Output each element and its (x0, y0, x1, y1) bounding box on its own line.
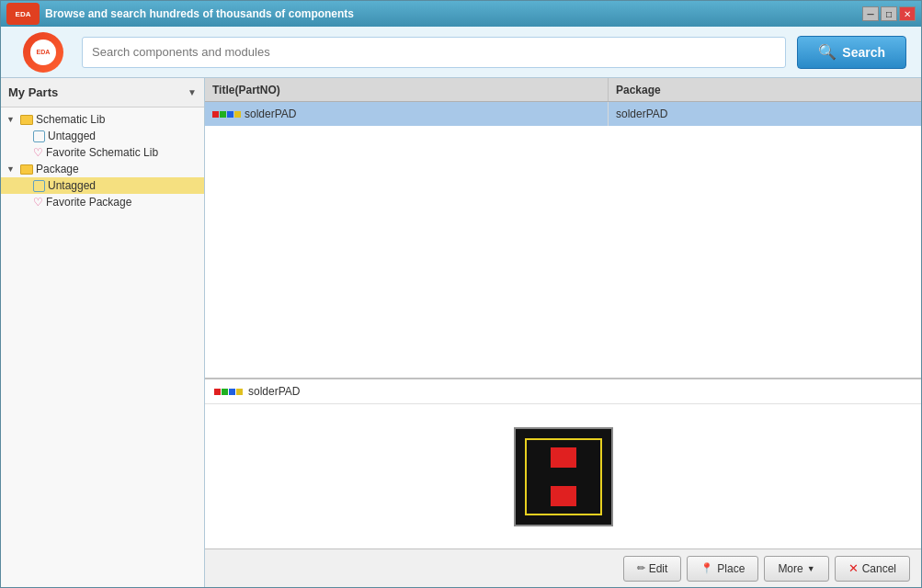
toggle-icon: ▼ (6, 115, 17, 124)
edit-button[interactable]: ✏ Edit (623, 556, 682, 582)
window-controls: ─ □ ✕ (862, 6, 916, 21)
table-row[interactable]: solderPAD solderPAD (205, 102, 921, 126)
logo-inner: EDA (30, 40, 56, 65)
search-button[interactable]: 🔍 Search (797, 36, 906, 69)
chevron-down-icon: ▼ (807, 564, 815, 573)
pcb-footprint (525, 438, 602, 515)
main-area: My Parts ▼ ▼ Schematic Lib Untagged ♡ (1, 78, 921, 587)
search-bar: EDA 🔍 Search (1, 27, 921, 78)
search-input[interactable] (82, 37, 786, 68)
preview-area: solderPAD (205, 379, 921, 548)
table-header: Title(PartNO) Package (205, 78, 921, 102)
place-button[interactable]: 📍 Place (687, 556, 758, 582)
pencil-icon: ✏ (637, 562, 645, 574)
tree-area: ▼ Schematic Lib Untagged ♡ Favorite Sche… (1, 107, 204, 587)
tree-label-package: Package (36, 163, 79, 175)
more-button[interactable]: More ▼ (764, 556, 828, 582)
tree-label-favorite-pkg: Favorite Package (46, 196, 131, 209)
tree-item-package[interactable]: ▼ Package (1, 161, 204, 177)
content-area: Title(PartNO) Package solderPAD solderPA… (205, 78, 921, 587)
logo-circle: EDA (23, 32, 63, 73)
more-label: More (778, 562, 802, 575)
cancel-label: Cancel (862, 562, 896, 575)
main-window: EDA Browse and search hundreds of thousa… (0, 0, 922, 588)
tree-item-untagged-pkg[interactable]: Untagged (1, 177, 204, 194)
heart-icon: ♡ (33, 146, 43, 159)
folder-icon (20, 115, 33, 125)
tree-label-untagged-pkg: Untagged (48, 179, 96, 192)
search-button-label: Search (842, 45, 885, 60)
row-title-cell: solderPAD (205, 102, 609, 126)
preview-title: solderPAD (248, 385, 300, 398)
pcb-pad-top (551, 447, 576, 468)
search-icon: 🔍 (818, 43, 837, 61)
close-button[interactable]: ✕ (899, 6, 916, 21)
part-icon (212, 111, 241, 118)
col-package-header: Package (609, 78, 921, 101)
tree-item-favorite-sch[interactable]: ♡ Favorite Schematic Lib (1, 144, 204, 161)
brand-logo: EDA (16, 32, 71, 73)
heart-icon: ♡ (33, 196, 43, 209)
bottom-bar: ✏ Edit 📍 Place More ▼ ✕ Cancel (205, 548, 921, 587)
preview-header: solderPAD (205, 379, 921, 404)
toggle-icon: ▼ (6, 164, 17, 174)
pcb-pad-bottom (551, 486, 576, 506)
title-bar: EDA Browse and search hundreds of thousa… (1, 1, 921, 27)
preview-body (205, 404, 921, 548)
sidebar-header: My Parts ▼ (1, 78, 204, 107)
icon-red (214, 389, 221, 395)
tree-item-schematic-lib[interactable]: ▼ Schematic Lib (1, 111, 204, 128)
edit-label: Edit (649, 562, 668, 575)
pcb-preview (514, 427, 613, 526)
icon-blue (229, 389, 235, 395)
folder-icon (20, 164, 33, 175)
row-title-text: solderPAD (245, 107, 296, 120)
row-package-cell: solderPAD (609, 107, 921, 120)
tag-icon (33, 180, 45, 192)
maximize-button[interactable]: □ (881, 6, 897, 21)
tree-label-favorite-sch: Favorite Schematic Lib (46, 146, 158, 159)
icon-red (212, 111, 219, 118)
place-label: Place (717, 562, 745, 575)
tree-label-untagged-sch: Untagged (48, 130, 96, 142)
sidebar: My Parts ▼ ▼ Schematic Lib Untagged ♡ (1, 78, 205, 587)
cancel-button[interactable]: ✕ Cancel (835, 556, 910, 582)
sidebar-dropdown-icon[interactable]: ▼ (188, 87, 197, 97)
window-title: Browse and search hundreds of thousands … (45, 7, 354, 20)
icon-blue (227, 111, 233, 118)
icon-yellow (234, 111, 241, 118)
sidebar-title: My Parts (8, 85, 58, 99)
title-bar-left: EDA Browse and search hundreds of thousa… (6, 3, 354, 25)
tree-item-untagged-sch[interactable]: Untagged (1, 128, 204, 144)
icon-green (222, 389, 228, 395)
tag-icon (33, 130, 45, 142)
tree-label-schematic-lib: Schematic Lib (36, 113, 105, 126)
close-icon: ✕ (848, 561, 859, 575)
icon-yellow (236, 389, 243, 395)
icon-green (220, 111, 226, 118)
results-table: Title(PartNO) Package solderPAD solderPA… (205, 78, 921, 379)
col-title-header: Title(PartNO) (205, 78, 609, 101)
minimize-button[interactable]: ─ (862, 6, 879, 21)
app-logo: EDA (6, 3, 40, 25)
pin-icon: 📍 (700, 562, 713, 574)
tree-item-favorite-pkg[interactable]: ♡ Favorite Package (1, 194, 204, 210)
preview-part-icon (214, 389, 243, 395)
